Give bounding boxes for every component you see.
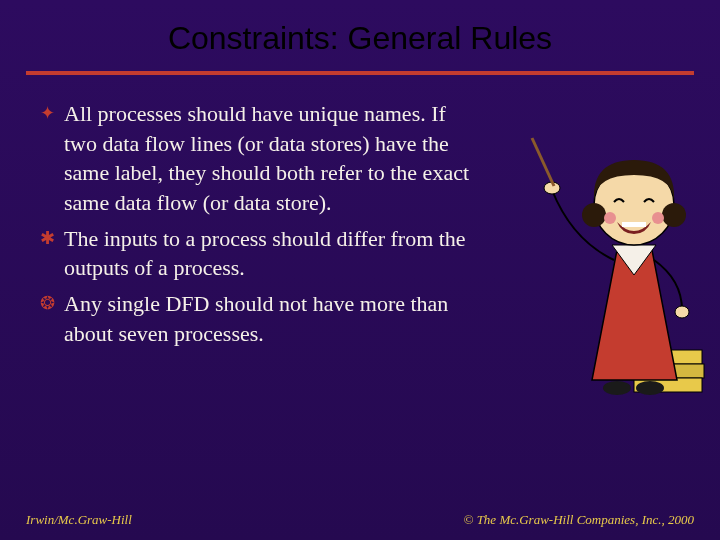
bullet-list: ✦ All processes should have unique names… bbox=[40, 99, 480, 355]
sun-icon: ❂ bbox=[40, 289, 64, 317]
svg-line-4 bbox=[532, 138, 554, 186]
svg-point-12 bbox=[603, 381, 631, 395]
footer-left: Irwin/Mc.Graw-Hill bbox=[26, 512, 132, 528]
svg-point-7 bbox=[582, 203, 606, 227]
footer-right: © The Mc.Graw-Hill Companies, Inc., 2000 bbox=[464, 512, 695, 528]
svg-rect-11 bbox=[622, 222, 646, 227]
title-area: Constraints: General Rules bbox=[0, 0, 720, 75]
svg-point-5 bbox=[675, 306, 689, 318]
bullet-item: ✱ The inputs to a process should differ … bbox=[40, 224, 480, 283]
teacher-illustration bbox=[522, 130, 712, 410]
star-six-icon: ✦ bbox=[40, 99, 64, 127]
bullet-text: The inputs to a process should differ fr… bbox=[64, 224, 480, 283]
bullet-text: All processes should have unique names. … bbox=[64, 99, 480, 218]
slide: Constraints: General Rules ✦ All process… bbox=[0, 0, 720, 540]
bullet-item: ✦ All processes should have unique names… bbox=[40, 99, 480, 218]
footer: Irwin/Mc.Graw-Hill © The Mc.Graw-Hill Co… bbox=[0, 512, 720, 528]
svg-point-9 bbox=[604, 212, 616, 224]
asterisk-icon: ✱ bbox=[40, 224, 64, 252]
svg-point-13 bbox=[636, 381, 664, 395]
svg-point-8 bbox=[662, 203, 686, 227]
bullet-item: ❂ Any single DFD should not have more th… bbox=[40, 289, 480, 348]
svg-point-10 bbox=[652, 212, 664, 224]
bullet-text: Any single DFD should not have more than… bbox=[64, 289, 480, 348]
slide-title: Constraints: General Rules bbox=[168, 20, 552, 67]
